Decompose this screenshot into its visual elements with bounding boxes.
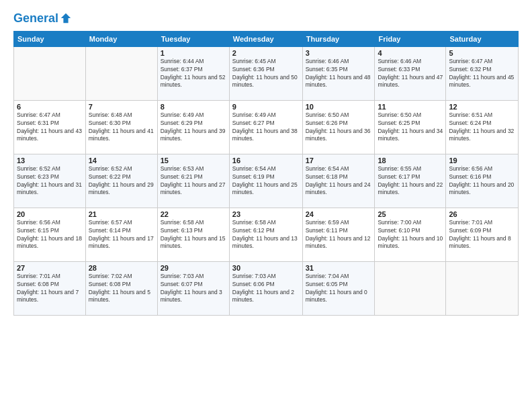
day-info: Sunrise: 6:49 AMSunset: 6:29 PMDaylight:… (161, 111, 226, 144)
day-info: Sunrise: 7:02 AMSunset: 6:08 PMDaylight:… (89, 273, 154, 305)
day-number: 31 (306, 264, 372, 272)
weekday-header-thursday: Thursday (302, 31, 375, 46)
day-info: Sunrise: 6:59 AMSunset: 6:11 PMDaylight:… (306, 219, 372, 251)
day-number: 7 (89, 103, 154, 111)
day-info: Sunrise: 6:46 AMSunset: 6:35 PMDaylight:… (306, 58, 372, 90)
day-info: Sunrise: 6:52 AMSunset: 6:22 PMDaylight:… (89, 165, 154, 197)
day-number: 23 (232, 210, 300, 218)
calendar-cell: 15Sunrise: 6:53 AMSunset: 6:21 PMDayligh… (157, 154, 229, 208)
calendar-cell: 24Sunrise: 6:59 AMSunset: 6:11 PMDayligh… (302, 208, 375, 261)
calendar-cell (375, 261, 446, 315)
header: General (13, 12, 519, 24)
calendar-week-5: 27Sunrise: 7:01 AMSunset: 6:08 PMDayligh… (14, 261, 519, 315)
day-info: Sunrise: 6:56 AMSunset: 6:16 PMDaylight:… (449, 165, 515, 197)
weekday-header-sunday: Sunday (14, 31, 86, 46)
day-number: 27 (17, 264, 83, 272)
day-info: Sunrise: 7:01 AMSunset: 6:09 PMDaylight:… (449, 219, 515, 251)
day-number: 19 (449, 156, 515, 165)
day-number: 1 (161, 49, 226, 57)
day-number: 3 (306, 49, 372, 57)
calendar-cell: 3Sunrise: 6:46 AMSunset: 6:35 PMDaylight… (302, 46, 375, 100)
calendar: SundayMondayTuesdayWednesdayThursdayFrid… (13, 31, 519, 316)
day-number: 4 (378, 49, 443, 57)
calendar-cell: 19Sunrise: 6:56 AMSunset: 6:16 PMDayligh… (446, 154, 519, 208)
logo: General (13, 12, 72, 24)
day-info: Sunrise: 6:57 AMSunset: 6:14 PMDaylight:… (89, 219, 154, 251)
day-info: Sunrise: 6:58 AMSunset: 6:12 PMDaylight:… (232, 219, 300, 251)
weekday-header-tuesday: Tuesday (157, 31, 229, 46)
calendar-cell: 16Sunrise: 6:54 AMSunset: 6:19 PMDayligh… (229, 154, 302, 208)
day-info: Sunrise: 7:03 AMSunset: 6:06 PMDaylight:… (232, 273, 300, 305)
calendar-cell: 13Sunrise: 6:52 AMSunset: 6:23 PMDayligh… (14, 154, 86, 208)
calendar-cell: 21Sunrise: 6:57 AMSunset: 6:14 PMDayligh… (85, 208, 157, 261)
day-info: Sunrise: 6:50 AMSunset: 6:26 PMDaylight:… (306, 111, 372, 144)
day-info: Sunrise: 6:53 AMSunset: 6:21 PMDaylight:… (161, 165, 226, 197)
day-number: 30 (232, 264, 300, 272)
svg-marker-0 (61, 13, 71, 23)
calendar-cell: 17Sunrise: 6:54 AMSunset: 6:18 PMDayligh… (302, 154, 375, 208)
day-number: 21 (89, 210, 154, 218)
calendar-cell: 29Sunrise: 7:03 AMSunset: 6:07 PMDayligh… (157, 261, 229, 315)
calendar-cell: 20Sunrise: 6:56 AMSunset: 6:15 PMDayligh… (14, 208, 86, 261)
day-info: Sunrise: 6:47 AMSunset: 6:32 PMDaylight:… (449, 58, 515, 90)
calendar-cell: 18Sunrise: 6:55 AMSunset: 6:17 PMDayligh… (375, 154, 446, 208)
day-info: Sunrise: 6:54 AMSunset: 6:18 PMDaylight:… (306, 165, 372, 197)
logo-text: General (13, 12, 58, 26)
day-number: 18 (378, 156, 443, 165)
day-number: 10 (306, 103, 372, 111)
calendar-cell: 23Sunrise: 6:58 AMSunset: 6:12 PMDayligh… (229, 208, 302, 261)
calendar-cell: 8Sunrise: 6:49 AMSunset: 6:29 PMDaylight… (157, 100, 229, 154)
weekday-header-monday: Monday (85, 31, 157, 46)
day-info: Sunrise: 7:01 AMSunset: 6:08 PMDaylight:… (17, 273, 83, 305)
calendar-cell: 9Sunrise: 6:49 AMSunset: 6:27 PMDaylight… (229, 100, 302, 154)
day-number: 22 (161, 210, 226, 218)
day-info: Sunrise: 6:45 AMSunset: 6:36 PMDaylight:… (232, 58, 300, 90)
day-number: 20 (17, 210, 83, 218)
calendar-cell: 7Sunrise: 6:48 AMSunset: 6:30 PMDaylight… (85, 100, 157, 154)
day-info: Sunrise: 6:54 AMSunset: 6:19 PMDaylight:… (232, 165, 300, 197)
calendar-cell: 12Sunrise: 6:51 AMSunset: 6:24 PMDayligh… (446, 100, 519, 154)
day-info: Sunrise: 6:44 AMSunset: 6:37 PMDaylight:… (161, 58, 226, 90)
day-info: Sunrise: 6:56 AMSunset: 6:15 PMDaylight:… (17, 219, 83, 251)
calendar-week-3: 13Sunrise: 6:52 AMSunset: 6:23 PMDayligh… (14, 154, 519, 208)
day-number: 13 (17, 156, 83, 165)
calendar-cell: 2Sunrise: 6:45 AMSunset: 6:36 PMDaylight… (229, 46, 302, 100)
day-info: Sunrise: 6:46 AMSunset: 6:33 PMDaylight:… (378, 58, 443, 90)
calendar-cell: 5Sunrise: 6:47 AMSunset: 6:32 PMDaylight… (446, 46, 519, 100)
day-info: Sunrise: 7:00 AMSunset: 6:10 PMDaylight:… (378, 219, 443, 251)
calendar-cell: 11Sunrise: 6:50 AMSunset: 6:25 PMDayligh… (375, 100, 446, 154)
calendar-cell: 27Sunrise: 7:01 AMSunset: 6:08 PMDayligh… (14, 261, 86, 315)
day-info: Sunrise: 7:04 AMSunset: 6:05 PMDaylight:… (306, 273, 372, 305)
day-number: 5 (449, 49, 515, 57)
day-number: 2 (232, 49, 300, 57)
calendar-cell: 22Sunrise: 6:58 AMSunset: 6:13 PMDayligh… (157, 208, 229, 261)
day-number: 14 (89, 156, 154, 165)
calendar-cell: 26Sunrise: 7:01 AMSunset: 6:09 PMDayligh… (446, 208, 519, 261)
calendar-cell: 1Sunrise: 6:44 AMSunset: 6:37 PMDaylight… (157, 46, 229, 100)
day-info: Sunrise: 6:52 AMSunset: 6:23 PMDaylight:… (17, 165, 83, 197)
calendar-week-1: 1Sunrise: 6:44 AMSunset: 6:37 PMDaylight… (14, 46, 519, 100)
weekday-header-wednesday: Wednesday (229, 31, 302, 46)
calendar-week-4: 20Sunrise: 6:56 AMSunset: 6:15 PMDayligh… (14, 208, 519, 261)
calendar-cell (446, 261, 519, 315)
day-info: Sunrise: 6:58 AMSunset: 6:13 PMDaylight:… (161, 219, 226, 251)
day-info: Sunrise: 7:03 AMSunset: 6:07 PMDaylight:… (161, 273, 226, 305)
calendar-cell: 31Sunrise: 7:04 AMSunset: 6:05 PMDayligh… (302, 261, 375, 315)
day-number: 6 (17, 103, 83, 111)
calendar-cell: 14Sunrise: 6:52 AMSunset: 6:22 PMDayligh… (85, 154, 157, 208)
day-number: 15 (161, 156, 226, 165)
day-number: 16 (232, 156, 300, 165)
calendar-cell (14, 46, 86, 100)
weekday-header-saturday: Saturday (446, 31, 519, 46)
day-number: 26 (449, 210, 515, 218)
day-info: Sunrise: 6:55 AMSunset: 6:17 PMDaylight:… (378, 165, 443, 197)
day-number: 25 (378, 210, 443, 218)
calendar-cell: 30Sunrise: 7:03 AMSunset: 6:06 PMDayligh… (229, 261, 302, 315)
day-number: 28 (89, 264, 154, 272)
calendar-cell: 4Sunrise: 6:46 AMSunset: 6:33 PMDaylight… (375, 46, 446, 100)
day-info: Sunrise: 6:49 AMSunset: 6:27 PMDaylight:… (232, 111, 300, 144)
calendar-cell: 6Sunrise: 6:47 AMSunset: 6:31 PMDaylight… (14, 100, 86, 154)
calendar-cell: 25Sunrise: 7:00 AMSunset: 6:10 PMDayligh… (375, 208, 446, 261)
logo-icon (60, 12, 72, 24)
day-info: Sunrise: 6:47 AMSunset: 6:31 PMDaylight:… (17, 111, 83, 144)
